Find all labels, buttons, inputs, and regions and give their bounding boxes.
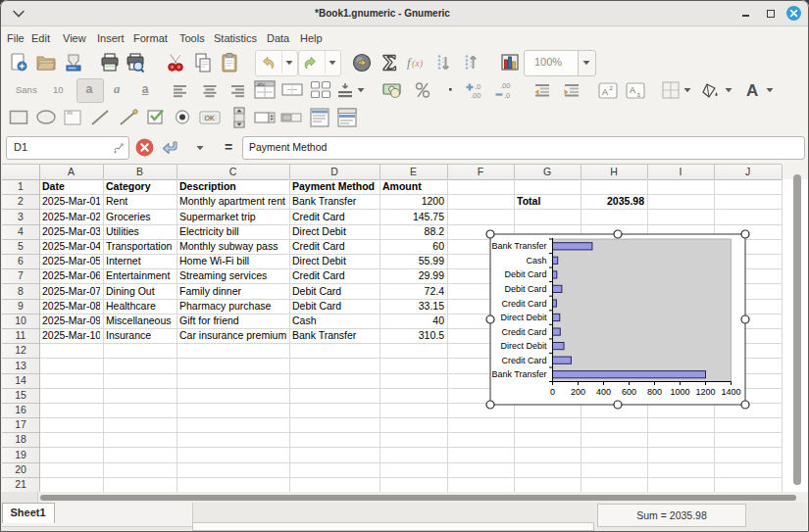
svg-text:Debit Card: Debit Card: [504, 284, 546, 294]
svg-text:OK: OK: [205, 115, 215, 121]
svg-text:200: 200: [571, 387, 585, 397]
svg-text:600: 600: [622, 387, 636, 397]
svg-text:0: 0: [550, 387, 555, 397]
svg-text:1200: 1200: [695, 387, 715, 397]
svg-text:.0: .0: [475, 82, 480, 91]
svg-text:A: A: [602, 86, 608, 96]
svg-text:Bank Transfer: Bank Transfer: [491, 369, 546, 379]
svg-text:Credit Card: Credit Card: [501, 327, 546, 337]
svg-text:Credit Card: Credit Card: [501, 356, 546, 365]
svg-text:.0: .0: [504, 91, 510, 100]
svg-text:(x): (x): [412, 58, 424, 70]
svg-text:400: 400: [596, 387, 611, 397]
svg-text:800: 800: [647, 387, 662, 397]
svg-text:A: A: [630, 85, 635, 95]
svg-text:Credit Card: Credit Card: [501, 299, 546, 309]
svg-text:Bank Transfer: Bank Transfer: [491, 241, 546, 251]
svg-text:A: A: [746, 81, 758, 100]
svg-text:1400: 1400: [721, 387, 740, 397]
svg-text:.00: .00: [500, 81, 510, 90]
svg-text:Direct Debit: Direct Debit: [500, 341, 547, 351]
svg-text:.00: .00: [471, 91, 480, 100]
svg-text:Direct Debit: Direct Debit: [500, 313, 547, 322]
svg-text:Debit Card: Debit Card: [504, 269, 546, 279]
svg-text:abc: abc: [257, 81, 266, 87]
svg-text:1000: 1000: [670, 387, 689, 397]
svg-text:Cash: Cash: [526, 256, 546, 266]
svg-text:Ab: Ab: [67, 110, 73, 116]
